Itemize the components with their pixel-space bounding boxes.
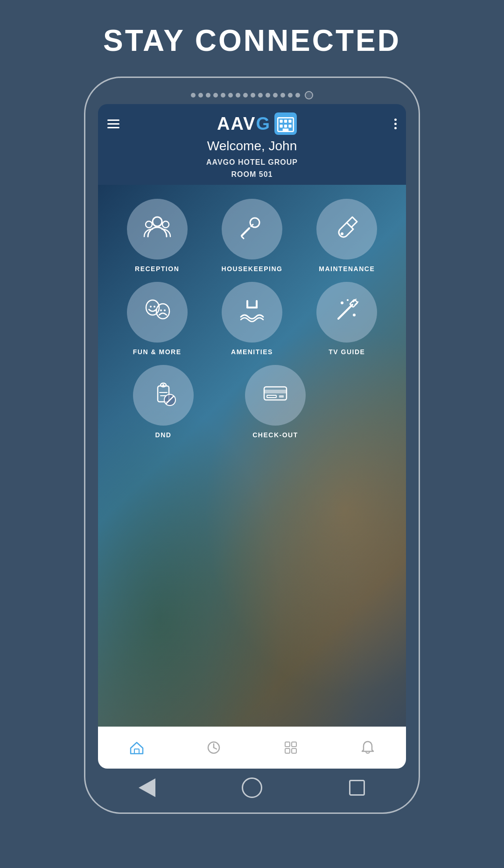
dnd-icon bbox=[148, 378, 178, 412]
svg-point-17 bbox=[160, 309, 162, 311]
android-home-button[interactable] bbox=[240, 776, 264, 799]
maintenance-circle bbox=[316, 199, 377, 259]
reception-circle bbox=[127, 199, 188, 259]
svg-point-25 bbox=[353, 314, 356, 316]
maintenance-icon bbox=[332, 212, 362, 246]
tv-guide-icon bbox=[332, 295, 362, 329]
menu-row-1: RECEPTION bbox=[112, 199, 392, 273]
nav-item-history[interactable] bbox=[195, 740, 232, 756]
nav-item-notifications[interactable] bbox=[349, 740, 386, 756]
logo-aav: AAV bbox=[217, 114, 256, 133]
android-back-button[interactable] bbox=[135, 776, 159, 799]
amenities-circle bbox=[222, 282, 282, 343]
phone-screen: AAVG bbox=[98, 104, 406, 769]
menu-item-reception[interactable]: RECEPTION bbox=[120, 199, 195, 273]
fun-more-circle bbox=[127, 282, 188, 343]
svg-rect-37 bbox=[264, 390, 287, 393]
housekeeping-icon bbox=[237, 212, 267, 246]
menu-item-amenities[interactable]: AMENITIES bbox=[215, 282, 289, 356]
svg-point-24 bbox=[341, 301, 343, 304]
building-icon bbox=[274, 112, 297, 135]
svg-rect-38 bbox=[267, 395, 276, 398]
app-navbar bbox=[98, 727, 406, 769]
menu-item-check-out[interactable]: CHECK-OUT bbox=[238, 365, 313, 439]
tv-guide-label: TV GUIDE bbox=[329, 348, 365, 356]
reception-icon bbox=[142, 212, 172, 246]
nav-item-services[interactable] bbox=[272, 740, 309, 756]
svg-rect-2 bbox=[284, 120, 287, 123]
svg-rect-44 bbox=[285, 742, 290, 747]
menu-item-fun-more[interactable]: FUN & MORE bbox=[120, 282, 195, 356]
svg-rect-40 bbox=[134, 749, 139, 754]
menu-grid: RECEPTION bbox=[98, 185, 406, 448]
svg-point-12 bbox=[341, 232, 343, 235]
app-body: RECEPTION bbox=[98, 185, 406, 727]
dnd-label: DND bbox=[155, 431, 172, 439]
svg-line-22 bbox=[338, 305, 352, 319]
android-recents-button[interactable] bbox=[345, 776, 369, 799]
fun-more-label: FUN & MORE bbox=[133, 348, 182, 356]
svg-rect-47 bbox=[292, 749, 296, 753]
amenities-icon bbox=[237, 295, 267, 329]
menu-row-2: FUN & MORE bbox=[112, 282, 392, 356]
phone-speaker bbox=[191, 93, 300, 98]
android-nav-bar bbox=[95, 776, 409, 799]
svg-rect-7 bbox=[283, 129, 289, 132]
svg-rect-21 bbox=[246, 307, 258, 308]
svg-point-15 bbox=[154, 306, 155, 308]
nav-item-home[interactable] bbox=[118, 740, 155, 756]
app-header: AAVG bbox=[98, 104, 406, 185]
page-title: STAY CONNECTED bbox=[103, 23, 401, 58]
menu-item-housekeeping[interactable]: HOUSEKEEPING bbox=[215, 199, 289, 273]
housekeeping-circle bbox=[222, 199, 282, 259]
svg-rect-3 bbox=[288, 120, 291, 123]
svg-point-14 bbox=[150, 306, 152, 308]
check-out-circle bbox=[245, 365, 306, 426]
hotel-name: AAVGO HOTEL GROUP bbox=[206, 156, 298, 168]
check-out-label: CHECK-OUT bbox=[252, 431, 298, 439]
svg-rect-39 bbox=[279, 395, 284, 398]
svg-point-26 bbox=[347, 299, 349, 301]
reception-label: RECEPTION bbox=[135, 265, 179, 273]
phone-camera bbox=[305, 91, 313, 99]
svg-point-9 bbox=[146, 221, 152, 228]
dnd-circle bbox=[133, 365, 194, 426]
logo-g: G bbox=[256, 114, 271, 133]
logo-text: AAVG bbox=[217, 114, 271, 134]
app-logo: AAVG bbox=[217, 112, 297, 135]
maintenance-label: MAINTENANCE bbox=[319, 265, 375, 273]
svg-point-10 bbox=[162, 221, 169, 228]
svg-rect-6 bbox=[288, 125, 291, 127]
housekeeping-label: HOUSEKEEPING bbox=[222, 265, 283, 273]
amenities-label: AMENITIES bbox=[231, 348, 273, 356]
svg-rect-5 bbox=[284, 125, 287, 127]
welcome-message: Welcome, John bbox=[207, 139, 297, 154]
svg-point-31 bbox=[162, 384, 164, 386]
phone-device: AAVG bbox=[84, 77, 420, 814]
menu-item-tv-guide[interactable]: TV GUIDE bbox=[309, 282, 384, 356]
svg-rect-46 bbox=[285, 749, 290, 753]
svg-point-18 bbox=[164, 309, 166, 311]
svg-rect-1 bbox=[280, 120, 282, 123]
svg-rect-45 bbox=[292, 742, 296, 747]
svg-line-43 bbox=[214, 748, 217, 749]
check-out-icon bbox=[260, 378, 290, 412]
svg-rect-4 bbox=[280, 125, 282, 127]
menu-row-3: DND bbox=[112, 365, 392, 439]
tv-guide-circle bbox=[316, 282, 377, 343]
hotel-info: AAVGO HOTEL GROUP ROOM 501 bbox=[206, 156, 298, 180]
menu-item-maintenance[interactable]: MAINTENANCE bbox=[309, 199, 384, 273]
more-options-button[interactable] bbox=[394, 119, 397, 129]
menu-item-dnd[interactable]: DND bbox=[126, 365, 201, 439]
fun-more-icon bbox=[142, 295, 172, 329]
svg-point-8 bbox=[153, 217, 162, 226]
phone-top-bar bbox=[95, 91, 409, 99]
room-number: ROOM 501 bbox=[206, 168, 298, 181]
header-top-row: AAVG bbox=[107, 112, 397, 135]
hamburger-menu-button[interactable] bbox=[107, 119, 119, 128]
